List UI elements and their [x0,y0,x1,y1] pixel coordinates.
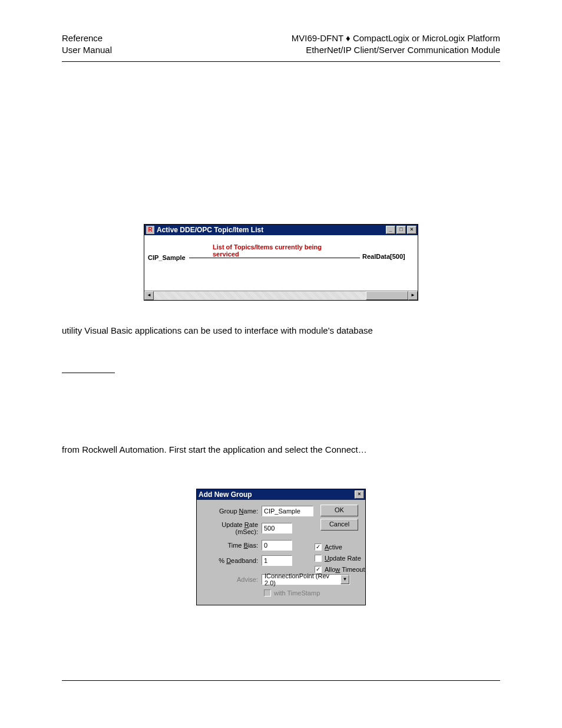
paragraph-1: utility Visual Basic applications can be… [62,324,500,337]
scroll-left-button[interactable]: ◄ [144,291,154,300]
header-right-1: MVI69-DFNT ♦ CompactLogix or MicroLogix … [292,32,500,44]
scroll-thumb[interactable] [366,291,408,300]
horizontal-scrollbar[interactable]: ◄ ► [144,291,418,300]
update-rate-checkbox[interactable] [315,555,322,562]
deadband-input[interactable] [262,555,292,566]
active-dde-window: R Active DDE/OPC Topic/Item List _ □ × L… [144,224,418,301]
add-new-group-dialog: Add New Group × OK Cancel Group Name: Up… [196,489,366,605]
cancel-button[interactable]: Cancel [320,519,358,531]
active-checkbox[interactable]: ✓ [315,543,322,551]
close-button[interactable]: × [407,226,416,234]
header-left-1: Reference [62,32,112,44]
header-right-2: EtherNet/IP Client/Server Communication … [292,44,500,56]
window1-titlebar[interactable]: R Active DDE/OPC Topic/Item List _ □ × [144,225,418,235]
maximize-button[interactable]: □ [396,226,406,234]
time-bias-label: Time Bias: [204,542,262,549]
window2-title: Add New Group [199,490,252,499]
connector-line [189,258,360,258]
scroll-track[interactable] [154,291,408,300]
footer-rule [62,680,500,681]
group-name-label: Group Name: [204,508,262,515]
minimize-button[interactable]: _ [386,226,395,234]
timestamp-checkbox [264,589,271,597]
advise-select[interactable]: IConnectionPoint (Rev 2.0) ▼ [262,574,350,585]
topics-heading: List of Topics/Items currently being ser… [213,243,349,258]
window1-title: Active DDE/OPC Topic/Item List [157,226,263,234]
page-header: Reference User Manual MVI69-DFNT ♦ Compa… [62,32,500,62]
update-rate-label: Update Rate (mSec): [204,521,262,535]
advise-value: IConnectionPoint (Rev 2.0) [262,572,340,587]
header-left-2: User Manual [62,44,112,56]
chevron-down-icon[interactable]: ▼ [340,575,349,584]
topic-name: CIP_Sample [148,254,186,261]
section-underline [62,365,115,373]
time-bias-input[interactable] [262,540,292,551]
allow-timeout-checkbox[interactable]: ✓ [315,566,322,573]
timestamp-label: with TimeStamp [274,589,320,597]
update-rate-input[interactable] [262,523,292,533]
dialog-close-button[interactable]: × [355,490,364,499]
app-icon: R [146,226,154,234]
window2-titlebar[interactable]: Add New Group × [197,489,365,500]
advise-label: Advise: [204,576,262,583]
item-name: RealData[500] [362,253,405,260]
active-label: Active [325,543,342,551]
paragraph-2: from Rockwell Automation. First start th… [62,443,500,456]
group-name-input[interactable] [262,506,313,516]
scroll-right-button[interactable]: ► [408,291,418,300]
ok-button[interactable]: OK [320,505,358,516]
update-rate-check-label: Update Rate [325,555,361,562]
deadband-label: % Deadband: [204,557,262,564]
allow-timeout-label: Allow Timeout [325,566,365,573]
